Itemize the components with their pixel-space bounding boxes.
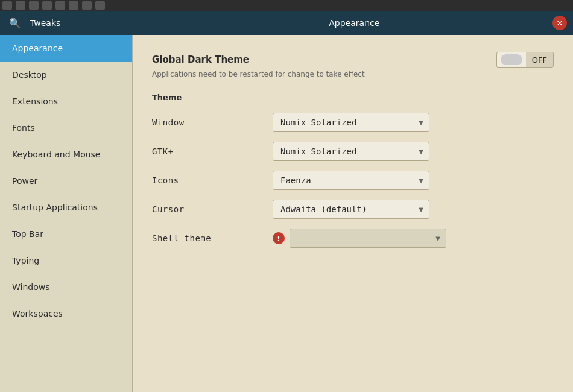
cursor-theme-select-wrapper: Adwaita (default) [273,200,429,219]
theme-section-label: Theme [152,93,554,102]
taskbar-icon-8[interactable] [95,1,105,10]
sidebar: Appearance Desktop Extensions Fonts Keyb… [0,35,133,392]
page-title: Appearance [192,18,516,28]
taskbar-icon-5[interactable] [55,1,65,10]
content-area: Appearance Desktop Extensions Fonts Keyb… [0,35,573,392]
sidebar-item-power[interactable]: Power [0,168,132,194]
close-icon: ✕ [557,19,563,28]
sidebar-item-desktop[interactable]: Desktop [0,62,132,88]
window-theme-select[interactable]: Numix Solarized [273,113,429,132]
toggle-label: OFF [526,52,553,67]
sidebar-item-label-appearance: Appearance [12,43,63,53]
sidebar-item-label-fonts: Fonts [12,123,35,133]
global-dark-theme-row: Global Dark Theme OFF [152,52,554,68]
sidebar-item-extensions[interactable]: Extensions [0,88,132,115]
window-theme-select-wrapper: Numix Solarized [273,113,429,132]
main-panel: Global Dark Theme OFF Applications need … [133,35,573,392]
taskbar-icon-7[interactable] [82,1,92,10]
icons-theme-label: Icons [152,175,273,185]
taskbar-icon-3[interactable] [29,1,39,10]
taskbar-icons [2,1,105,10]
sidebar-item-top-bar[interactable]: Top Bar [0,221,132,247]
shell-theme-label: Shell theme [152,233,273,243]
toggle-track [501,54,522,65]
sidebar-item-windows[interactable]: Windows [0,274,132,300]
taskbar-icon-4[interactable] [42,1,52,10]
global-dark-theme-subtitle: Applications need to be restarted for ch… [152,70,554,78]
shell-theme-select-wrapper [290,229,446,248]
window-theme-label: Window [152,118,273,127]
sidebar-item-label-typing: Typing [12,256,39,265]
taskbar-icon-2[interactable] [16,1,25,10]
global-dark-theme-toggle[interactable]: OFF [496,52,554,68]
cursor-theme-select[interactable]: Adwaita (default) [273,200,429,219]
cursor-theme-label: Cursor [152,204,273,214]
app-name: Tweaks [24,18,192,28]
warning-icon: ! [273,232,285,244]
sidebar-item-startup-applications[interactable]: Startup Applications [0,194,132,221]
close-button[interactable]: ✕ [552,16,567,30]
sidebar-item-label-windows: Windows [12,282,50,292]
shell-theme-row: Shell theme ! [152,229,554,248]
icons-theme-row: Icons Faenza [152,171,554,190]
icons-theme-select[interactable]: Faenza [273,171,429,190]
sidebar-item-keyboard-and-mouse[interactable]: Keyboard and Mouse [0,141,132,168]
cursor-theme-row: Cursor Adwaita (default) [152,200,554,219]
gtk-theme-select-wrapper: Numix Solarized [273,142,429,161]
sidebar-item-typing[interactable]: Typing [0,247,132,274]
gtk-theme-row: GTK+ Numix Solarized [152,142,554,161]
global-dark-theme-label: Global Dark Theme [152,54,249,65]
sidebar-item-label-keyboard: Keyboard and Mouse [12,150,100,159]
shell-theme-select[interactable] [290,229,446,248]
gtk-theme-label: GTK+ [152,147,273,156]
window-theme-row: Window Numix Solarized [152,113,554,132]
gtk-theme-select[interactable]: Numix Solarized [273,142,429,161]
taskbar-icon-1[interactable] [2,1,12,10]
sidebar-item-fonts[interactable]: Fonts [0,115,132,141]
titlebar: 🔍 Tweaks Appearance ✕ [0,11,573,35]
sidebar-item-label-extensions: Extensions [12,96,58,106]
sidebar-item-label-power: Power [12,176,37,186]
taskbar-icon-6[interactable] [69,1,78,10]
sidebar-item-label-desktop: Desktop [12,70,47,80]
warning-icon-text: ! [277,234,280,243]
sidebar-item-label-workspaces: Workspaces [12,309,63,318]
sidebar-item-label-startup: Startup Applications [12,203,98,212]
sidebar-item-label-topbar: Top Bar [12,229,43,239]
icons-theme-select-wrapper: Faenza [273,171,429,190]
search-button[interactable]: 🔍 [6,14,24,32]
taskbar [0,0,573,11]
sidebar-item-appearance[interactable]: Appearance [0,35,132,62]
sidebar-item-workspaces[interactable]: Workspaces [0,300,132,327]
app-window: 🔍 Tweaks Appearance ✕ Appearance Desktop… [0,11,573,392]
